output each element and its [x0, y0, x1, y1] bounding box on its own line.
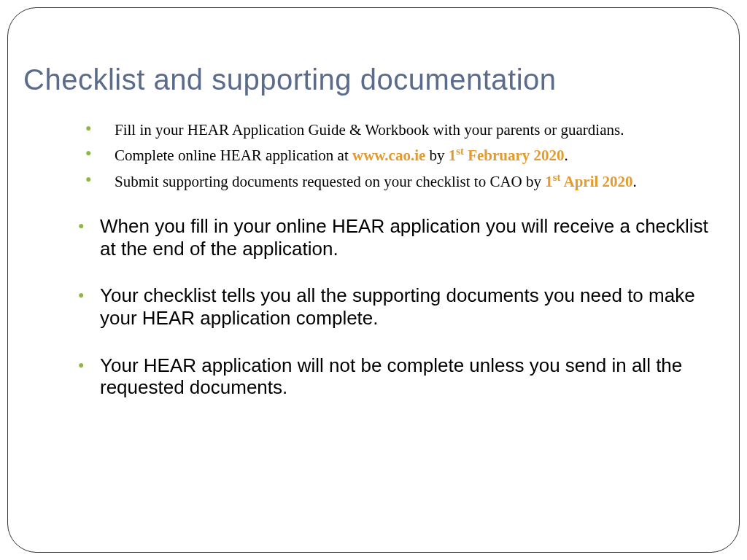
slide-content: Checklist and supporting documentation F…	[9, 9, 738, 551]
large-bullet-item-2: Your checklist tells you all the support…	[78, 284, 724, 329]
large-bullet-item-3: Your HEAR application will not be comple…	[78, 354, 724, 399]
bullet-item-1: Fill in your HEAR Application Guide & Wo…	[85, 120, 724, 140]
large-bullet-list: When you fill in your online HEAR applic…	[23, 215, 724, 399]
page-title: Checklist and supporting documentation	[23, 63, 724, 96]
bullet-item-2: Complete online HEAR application at www.…	[85, 144, 724, 166]
bullet-text: Fill in your HEAR Application Guide & Wo…	[115, 121, 624, 139]
date-highlight: 1st April 2020	[545, 173, 632, 190]
bullet-text: Your checklist tells you all the support…	[100, 284, 695, 329]
bullet-suffix: .	[565, 147, 568, 164]
bullet-text: When you fill in your online HEAR applic…	[100, 215, 708, 260]
small-bullet-list: Fill in your HEAR Application Guide & Wo…	[23, 120, 724, 192]
bullet-mid: by	[425, 147, 449, 164]
date-highlight: 1st February 2020	[449, 147, 565, 164]
bullet-suffix: .	[633, 173, 637, 190]
bullet-text: Your HEAR application will not be comple…	[100, 354, 682, 399]
bullet-item-3: Submit supporting documents requested on…	[85, 171, 724, 192]
cao-link: www.cao.ie	[352, 147, 425, 164]
bullet-prefix: Submit supporting documents requested on…	[115, 173, 545, 190]
bullet-prefix: Complete online HEAR application at	[115, 147, 352, 164]
large-bullet-item-1: When you fill in your online HEAR applic…	[78, 215, 724, 260]
